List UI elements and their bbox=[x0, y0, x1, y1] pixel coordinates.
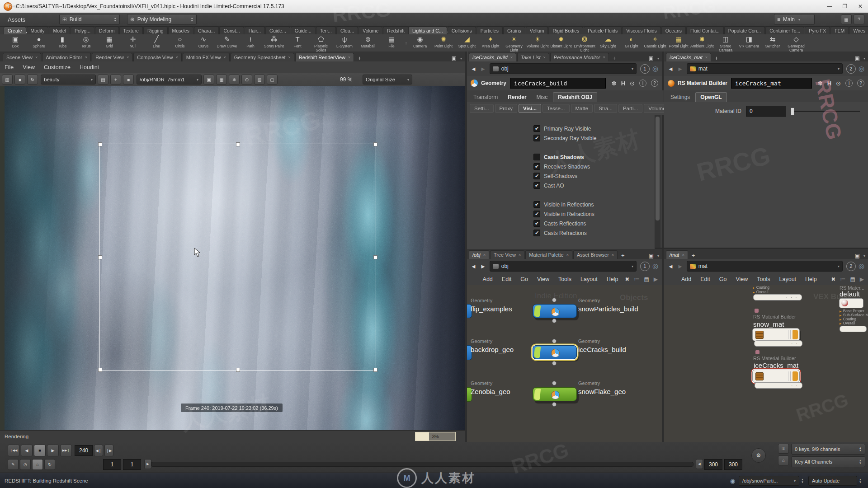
compare-icon[interactable]: ■ bbox=[14, 75, 25, 84]
network-path-field[interactable]: obj ▾ bbox=[490, 261, 637, 272]
close-tab-icon[interactable]: × bbox=[483, 253, 486, 257]
obj-network-graph[interactable]: Indie Edition Objects Geometry flip_exam… bbox=[467, 285, 662, 442]
material-id-value[interactable]: 0 bbox=[746, 106, 786, 117]
step-back-button[interactable]: ◀❘ bbox=[94, 445, 103, 456]
zoom-level[interactable]: 99 % bbox=[340, 76, 352, 83]
node-name-field[interactable]: iceCracks_build bbox=[510, 78, 606, 89]
shelf-tool[interactable]: ◐GI Light bbox=[620, 35, 643, 52]
shelf-tab[interactable]: Modify bbox=[27, 27, 49, 34]
add-pane-tab-button[interactable]: + bbox=[610, 55, 619, 61]
forward-icon[interactable]: ► bbox=[677, 66, 683, 72]
shelf-tool[interactable]: ✺Point Light bbox=[432, 35, 455, 52]
range-start2-field[interactable]: 1 bbox=[123, 459, 141, 470]
shelf-tab[interactable]: Vellum bbox=[526, 27, 548, 34]
node-input-port[interactable] bbox=[552, 298, 557, 302]
node-subbar[interactable]: · · bbox=[755, 382, 802, 389]
shelf-tab[interactable]: Guide... bbox=[265, 27, 290, 34]
close-tab-icon[interactable]: × bbox=[127, 55, 129, 60]
pane-tab[interactable]: Performance Monitor× bbox=[550, 53, 609, 61]
shelf-tool[interactable]: ▦Portal Light bbox=[667, 35, 690, 52]
shelf-tool[interactable]: TFont bbox=[286, 35, 309, 52]
pane-icon[interactable]: ▣ bbox=[855, 253, 860, 259]
close-tab-icon[interactable]: × bbox=[682, 253, 684, 257]
background-toggle-icon[interactable]: ▣ bbox=[203, 75, 214, 84]
shelf-tab[interactable]: Rigid Bodies bbox=[548, 27, 583, 34]
region-handle[interactable] bbox=[98, 142, 102, 146]
add-pane-tab-button[interactable]: + bbox=[712, 55, 721, 61]
network-node[interactable] bbox=[752, 328, 800, 341]
range-start-field[interactable]: 1 bbox=[103, 459, 121, 470]
shelf-tab[interactable]: Particles bbox=[476, 27, 503, 34]
info-icon[interactable]: i bbox=[845, 80, 853, 87]
shelf-tool[interactable]: ╱Line bbox=[145, 35, 168, 52]
shelf-tab[interactable]: FEM bbox=[830, 27, 849, 34]
close-tab-icon[interactable]: × bbox=[510, 55, 513, 60]
shelf-tab[interactable]: Muscles bbox=[168, 27, 194, 34]
snowflake-icon[interactable]: ❄ bbox=[229, 75, 240, 84]
param-tab[interactable]: Misc bbox=[532, 93, 552, 102]
mat-path-field[interactable]: mat ▾ bbox=[687, 63, 843, 74]
param-tab[interactable]: Transform bbox=[469, 93, 502, 102]
param-tab[interactable]: Settings bbox=[666, 93, 694, 102]
shelf-tool[interactable]: ○Circle bbox=[168, 35, 192, 52]
checkbox[interactable] bbox=[533, 154, 540, 160]
shelf-tool[interactable]: ✎Draw Curve bbox=[215, 35, 239, 52]
region-handle[interactable] bbox=[98, 255, 102, 259]
audio-toggle[interactable]: ◷ bbox=[20, 459, 31, 470]
node-name-field[interactable]: iceCracks_mat bbox=[731, 78, 812, 89]
gear-icon[interactable]: ✽ bbox=[818, 80, 823, 87]
shelf-tab[interactable]: Hair... bbox=[245, 27, 265, 34]
menu-item[interactable]: Assets bbox=[3, 13, 37, 26]
swatch-icon[interactable]: ■ bbox=[123, 75, 134, 84]
snapshot-icon[interactable]: ▥ bbox=[2, 75, 13, 84]
shelf-tab[interactable]: Viscous Fluids bbox=[622, 27, 661, 34]
network-menu-item[interactable]: Layout bbox=[576, 276, 602, 282]
node-flag[interactable] bbox=[793, 330, 798, 339]
shelf-tab[interactable]: Texture bbox=[119, 27, 143, 34]
pane-tab[interactable]: iceCracks_mat× bbox=[666, 53, 711, 61]
shelf-tab[interactable]: Create bbox=[4, 27, 26, 34]
network-menu-item[interactable]: Add bbox=[478, 276, 497, 282]
forward-icon[interactable]: ► bbox=[480, 66, 486, 72]
shelf-tool[interactable]: ◢Spot Light bbox=[455, 35, 479, 52]
region-handle[interactable] bbox=[236, 142, 240, 146]
bucket-render-icon[interactable]: ▧ bbox=[254, 75, 265, 84]
scrollbar-thumb[interactable] bbox=[656, 117, 660, 221]
list-view-icon[interactable]: ▤ bbox=[644, 276, 649, 282]
back-icon[interactable]: ◄ bbox=[471, 66, 476, 72]
range-end-field[interactable]: 300 bbox=[704, 459, 722, 470]
close-button[interactable]: ✕ bbox=[853, 0, 868, 12]
play-backward-button[interactable]: ◀ bbox=[21, 445, 33, 456]
wrench-icon[interactable]: ✖ bbox=[831, 276, 835, 282]
pane-layout-icon[interactable]: ▦ bbox=[841, 14, 852, 24]
shelf-tool[interactable]: ▦Grid bbox=[98, 35, 121, 52]
network-node[interactable] bbox=[533, 304, 577, 318]
close-tab-icon[interactable]: × bbox=[288, 55, 291, 60]
network-node[interactable] bbox=[533, 387, 577, 401]
node-name-label[interactable]: iceCracks_build bbox=[578, 346, 626, 353]
shelf-tool[interactable]: ☁Sky Light bbox=[596, 35, 620, 52]
pane-icon[interactable]: ▣ bbox=[855, 55, 860, 61]
pane-tab[interactable]: Asset Browser× bbox=[573, 250, 618, 259]
close-tab-icon[interactable]: × bbox=[543, 55, 546, 60]
shelf-tab[interactable]: Fluid Contai... bbox=[686, 27, 724, 34]
shelf-tool[interactable]: ▮Tube bbox=[51, 35, 74, 52]
region-crop-icon[interactable]: ▢ bbox=[267, 75, 278, 84]
network-node-selected[interactable] bbox=[752, 370, 800, 383]
shelf-tool[interactable]: ●Sphere bbox=[27, 35, 51, 52]
shelf-tool[interactable]: ◉Camera bbox=[408, 35, 432, 52]
forward-icon[interactable]: ► bbox=[480, 263, 486, 270]
shelf-tab[interactable]: Polyg... bbox=[71, 27, 94, 34]
list-view-icon[interactable]: ▤ bbox=[850, 276, 855, 282]
shelf-tool[interactable]: ✧Caustic Light bbox=[643, 35, 667, 52]
render-camera-select[interactable]: /obj/RNDR_75mm1▾ bbox=[137, 75, 202, 84]
checkbox[interactable] bbox=[533, 201, 540, 208]
checkbox[interactable] bbox=[533, 135, 540, 141]
close-tab-icon[interactable]: × bbox=[519, 253, 521, 257]
shelf-tab[interactable]: Volume bbox=[359, 27, 382, 34]
maximize-button[interactable]: ❐ bbox=[837, 0, 853, 12]
search-icon[interactable]: ⊙ bbox=[836, 80, 841, 87]
shelf-tool[interactable]: ✹Distant Light bbox=[549, 35, 573, 52]
jump-to-start-button[interactable]: ❘◀◀ bbox=[8, 445, 19, 456]
pin-icon[interactable]: ◎ bbox=[859, 65, 864, 73]
